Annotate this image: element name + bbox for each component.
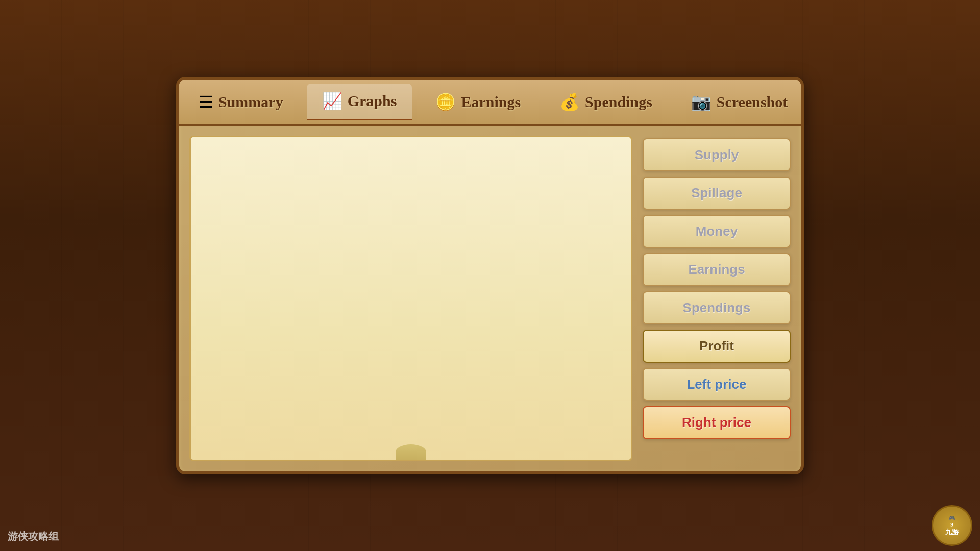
tab-spendings[interactable]: 💰 Spendings — [544, 84, 668, 120]
screenshot-icon: 📷 — [691, 94, 712, 110]
filter-left-price-label: Left price — [687, 377, 746, 392]
filter-earnings-label: Earnings — [688, 262, 745, 278]
filter-money-button[interactable]: Money — [643, 215, 791, 248]
graphs-icon: 📈 — [322, 93, 342, 109]
tab-bar: ☰ Summary 📈 Graphs 🪙 Earnings 💰 Spending… — [179, 80, 801, 126]
earnings-icon: 🪙 — [435, 94, 456, 110]
tab-screenshot[interactable]: 📷 Screenshot — [676, 84, 803, 120]
filter-spendings-label: Spendings — [683, 300, 751, 316]
tab-earnings[interactable]: 🪙 Earnings — [420, 84, 536, 120]
tab-summary-label: Summary — [218, 93, 283, 111]
watermark-left: 游侠攻略组 — [8, 530, 59, 543]
watermark-right: 🎮 9 九游 — [932, 505, 972, 546]
tab-summary[interactable]: ☰ Summary — [183, 84, 299, 120]
filter-right-price-button[interactable]: Right price — [643, 406, 791, 439]
filter-spillage-button[interactable]: Spillage — [643, 177, 791, 210]
filter-earnings-button[interactable]: Earnings — [643, 253, 791, 286]
filter-supply-button[interactable]: Supply — [643, 138, 791, 171]
filter-right-price-label: Right price — [682, 415, 751, 431]
filter-profit-button[interactable]: Profit — [643, 330, 791, 363]
tab-earnings-label: Earnings — [461, 93, 521, 111]
tab-screenshot-label: Screenshot — [717, 93, 788, 111]
chart-container — [189, 136, 632, 461]
spendings-icon: 💰 — [559, 94, 580, 110]
tab-graphs-label: Graphs — [348, 92, 397, 110]
filter-spillage-label: Spillage — [691, 185, 742, 201]
filter-profit-label: Profit — [699, 338, 734, 354]
filter-money-label: Money — [696, 223, 738, 239]
main-panel: ☰ Summary 📈 Graphs 🪙 Earnings 💰 Spending… — [176, 77, 804, 474]
tab-spendings-label: Spendings — [585, 93, 652, 111]
filter-supply-label: Supply — [695, 147, 739, 163]
filter-left-price-button[interactable]: Left price — [643, 368, 791, 401]
filter-spendings-button[interactable]: Spendings — [643, 291, 791, 324]
chart-paper — [191, 137, 631, 460]
content-area: Supply Spillage Money Earnings Spendings… — [179, 126, 801, 471]
summary-icon: ☰ — [199, 94, 213, 110]
paper-fold — [396, 444, 426, 460]
background: ☰ Summary 📈 Graphs 🪙 Earnings 💰 Spending… — [0, 0, 980, 551]
tab-graphs[interactable]: 📈 Graphs — [307, 84, 412, 120]
right-panel: Supply Spillage Money Earnings Spendings… — [643, 136, 791, 461]
